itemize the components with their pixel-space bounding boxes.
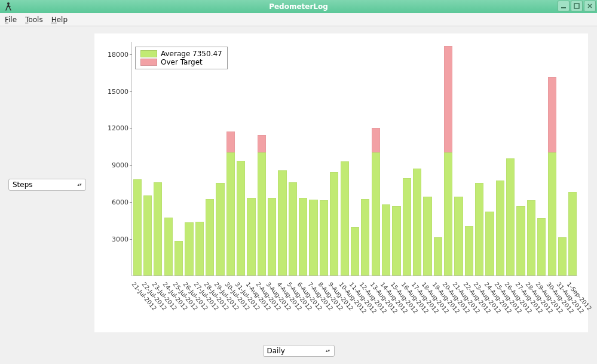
bar [537, 218, 546, 276]
x-axis-labels: 21-Jul-201222-Jul-201223-Jul-201224-Jul-… [131, 277, 577, 329]
bar [496, 181, 504, 276]
menu-file[interactable]: File [5, 16, 17, 24]
legend-avg-swatch [140, 50, 157, 57]
y-tick-label: 18000 [103, 50, 128, 58]
bar [164, 218, 173, 276]
menu-help[interactable]: Help [51, 16, 68, 24]
y-tick-label: 6000 [103, 198, 128, 206]
bar [341, 161, 349, 276]
bar [506, 158, 515, 276]
y-tick-label: 15000 [103, 87, 128, 95]
bar [330, 172, 338, 276]
bar [454, 197, 463, 276]
chevron-updown-icon: ▴▾ [76, 183, 83, 186]
legend-avg: Average 7350.47 [140, 50, 222, 58]
granularity-select[interactable]: Daily ▴▾ [263, 345, 335, 357]
window-title: PedometerLog [269, 0, 328, 13]
bar [258, 152, 266, 276]
bar [289, 182, 297, 276]
mode-select-value: Steps [13, 181, 33, 189]
app-icon [2, 1, 14, 13]
bar-area [132, 42, 577, 276]
bar [216, 183, 224, 276]
menubar: File Tools Help [0, 13, 597, 26]
bar [195, 222, 204, 276]
legend-over: Over Target [140, 58, 222, 66]
content-area: Steps ▴▾ 300060009000120001500018000 Ave… [0, 26, 597, 364]
bar [226, 152, 235, 276]
window-controls [558, 1, 596, 11]
chevron-updown-icon: ▴▾ [324, 349, 332, 353]
bar [320, 200, 328, 276]
bar [382, 204, 390, 276]
svg-rect-2 [574, 4, 579, 8]
bar [143, 195, 152, 276]
bar [516, 206, 525, 276]
legend-over-swatch [140, 59, 157, 66]
bar [309, 200, 317, 276]
bar [434, 237, 442, 276]
chart-panel: 300060009000120001500018000 Average 7350… [94, 33, 588, 332]
granularity-select-value: Daily [267, 347, 285, 355]
bar [268, 198, 276, 276]
mode-select[interactable]: Steps ▴▾ [8, 179, 86, 191]
bar [174, 241, 183, 276]
bar [278, 170, 286, 276]
bar [133, 179, 142, 276]
bar [392, 206, 400, 276]
maximize-button[interactable] [571, 1, 583, 11]
minimize-button[interactable] [558, 1, 570, 11]
legend: Average 7350.47 Over Target [135, 47, 228, 69]
bar [299, 198, 307, 276]
close-button[interactable] [584, 1, 596, 11]
chart-plot-area: 300060009000120001500018000 [131, 42, 577, 276]
bar [185, 222, 193, 276]
bar [247, 198, 255, 276]
y-tick-label: 12000 [103, 124, 128, 132]
bar [372, 152, 380, 276]
bar [361, 199, 369, 276]
bar [444, 152, 452, 276]
bar [527, 200, 535, 276]
bar [475, 183, 483, 276]
bar [237, 161, 245, 276]
bar [351, 227, 359, 276]
legend-avg-label: Average 7350.47 [161, 50, 222, 58]
bar [206, 199, 214, 276]
bar-over-target [444, 46, 452, 152]
bar [465, 226, 473, 276]
bar [558, 237, 567, 276]
menu-tools[interactable]: Tools [25, 16, 43, 24]
titlebar: PedometerLog [0, 0, 597, 13]
bar [154, 182, 162, 276]
bar-over-target [372, 128, 380, 152]
bar-over-target [226, 131, 235, 152]
legend-over-label: Over Target [161, 58, 203, 66]
svg-rect-1 [561, 7, 566, 8]
bar [548, 152, 556, 276]
bar [568, 192, 577, 276]
bar [485, 212, 494, 276]
bar [423, 197, 431, 276]
bar [413, 169, 421, 276]
bar-over-target [258, 135, 266, 152]
y-tick-label: 3000 [103, 235, 128, 243]
bar-over-target [548, 77, 556, 152]
y-tick-label: 9000 [103, 161, 128, 169]
bar [403, 178, 411, 276]
